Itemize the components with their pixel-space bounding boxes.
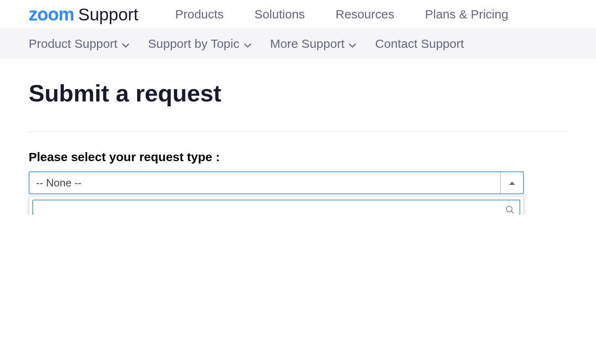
dropdown-search-container (32, 200, 520, 215)
dropdown-panel: -- None -- Billing & Account Management … (29, 196, 524, 215)
logo-brand: zoom (29, 4, 74, 25)
request-type-label: Please select your request type : (29, 150, 567, 164)
chevron-down-icon (244, 37, 252, 51)
divider (29, 131, 567, 132)
subnav-label: Product Support (29, 37, 117, 51)
subnav-support-by-topic[interactable]: Support by Topic (148, 37, 252, 51)
subnav-label: Support by Topic (148, 37, 239, 51)
sub-nav: Product Support Support by Topic More Su… (0, 29, 596, 59)
chevron-down-icon (348, 37, 357, 51)
logo-suffix: Support (78, 5, 138, 25)
nav-plans-pricing[interactable]: Plans & Pricing (425, 7, 508, 21)
subnav-contact-support[interactable]: Contact Support (375, 37, 464, 51)
request-type-select-container: -- None -- -- (29, 171, 524, 194)
subnav-product-support[interactable]: Product Support (29, 37, 130, 51)
caret-up-icon (509, 179, 515, 186)
subnav-label: More Support (270, 37, 345, 51)
svg-point-0 (506, 206, 512, 212)
nav-products[interactable]: Products (175, 7, 224, 21)
chevron-down-icon (122, 37, 130, 51)
main-content: Submit a request Please select your requ… (0, 59, 596, 215)
search-icon (506, 205, 515, 215)
request-type-select[interactable]: -- None -- (29, 171, 524, 194)
dropdown-search-input[interactable] (32, 200, 520, 215)
svg-line-1 (511, 211, 514, 213)
top-nav: zoom Support Products Solutions Resource… (0, 0, 596, 29)
subnav-label: Contact Support (375, 37, 464, 51)
subnav-more-support[interactable]: More Support (270, 37, 357, 51)
nav-solutions[interactable]: Solutions (254, 7, 305, 21)
select-current-value: -- None -- (29, 172, 500, 193)
select-toggle-button[interactable] (500, 172, 523, 193)
top-nav-links: Products Solutions Resources Plans & Pri… (175, 7, 508, 21)
logo[interactable]: zoom Support (29, 4, 138, 25)
page-title: Submit a request (29, 79, 567, 107)
nav-resources[interactable]: Resources (336, 7, 394, 21)
